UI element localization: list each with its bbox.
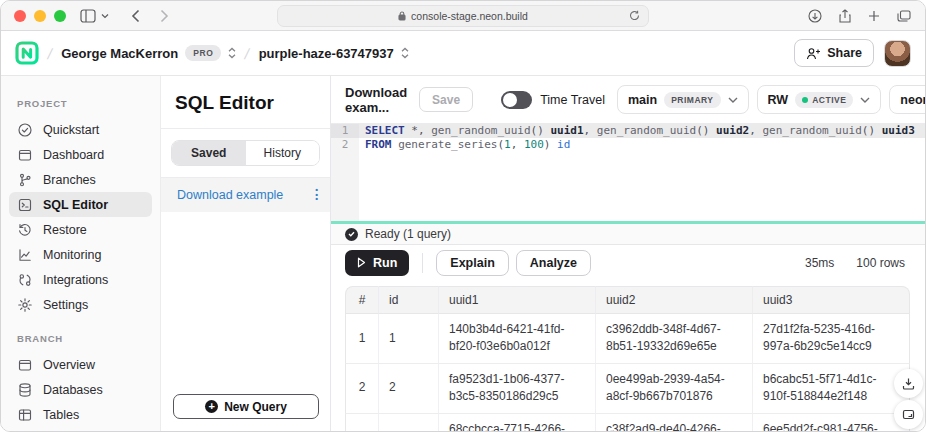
time-travel-toggle[interactable] xyxy=(501,91,532,109)
browser-chrome: console-stage.neon.build xyxy=(1,1,925,31)
new-tab-icon[interactable] xyxy=(868,10,880,22)
sidebar-item-sql-editor[interactable]: SQL Editor xyxy=(9,192,152,217)
sidebar-item-settings[interactable]: Settings xyxy=(9,292,152,317)
tab-overview-icon[interactable] xyxy=(897,10,911,22)
sidebar-item-tables[interactable]: Tables xyxy=(9,402,152,427)
saved-query-item[interactable]: Download example••• xyxy=(161,178,330,212)
share-button-label: Share xyxy=(827,46,862,60)
table-row[interactable]: 11140b3b4d-6421-41fd-bf20-f03e6b0a012fc3… xyxy=(345,314,910,364)
play-icon xyxy=(357,257,366,268)
address-bar[interactable]: console-stage.neon.build xyxy=(277,5,649,27)
chevron-down-icon xyxy=(860,97,870,103)
time-travel-label: Time Travel xyxy=(540,93,605,107)
forward-button[interactable] xyxy=(160,9,169,23)
saved-query-name: Download example xyxy=(177,188,283,202)
query-status-bar: Ready (1 query) xyxy=(331,224,925,245)
column-header-hash: # xyxy=(345,286,379,314)
url-text: console-stage.neon.build xyxy=(411,10,528,22)
people-icon xyxy=(806,47,821,60)
check-circle-icon xyxy=(17,122,33,138)
sidebar-item-overview[interactable]: Overview xyxy=(9,352,152,377)
table-cell: 2 xyxy=(379,364,439,414)
queries-panel: SQL Editor SavedHistory Download example… xyxy=(161,76,331,432)
table-cell: 1 xyxy=(379,314,439,364)
sql-editor-icon xyxy=(17,197,33,213)
sidebar-section-title: BRANCH xyxy=(17,333,160,344)
code-text: SELECT *, gen_random_uuid() uuid1, gen_r… xyxy=(359,124,915,138)
save-button[interactable]: Save xyxy=(419,87,473,112)
explain-button[interactable]: Explain xyxy=(436,250,508,276)
download-results-button[interactable] xyxy=(894,369,923,398)
compute-active-badge: ACTIVE xyxy=(795,92,853,108)
table-cell: 140b3b4d-6421-41fd-bf20-f03e6b0a012f xyxy=(439,314,596,364)
compute-name: RW xyxy=(768,93,789,107)
sidebar-item-roles[interactable]: Roles xyxy=(9,427,152,432)
database-select[interactable]: neondb xyxy=(889,85,925,114)
user-avatar[interactable] xyxy=(884,40,911,67)
org-switcher-icon[interactable] xyxy=(228,47,236,59)
sidebar-item-integrations[interactable]: Integrations xyxy=(9,267,152,292)
status-text: Ready (1 query) xyxy=(365,227,451,241)
downloads-icon[interactable] xyxy=(808,9,822,23)
table-cell: 3 xyxy=(379,414,439,432)
table-row[interactable]: 3368ccbcca-7715-4266-b6c5-9f7a14ea6e5ec3… xyxy=(345,414,910,432)
chevron-down-icon xyxy=(728,97,738,103)
sql-code-editor[interactable]: 1SELECT *, gen_random_uuid() uuid1, gen_… xyxy=(331,124,925,221)
chevron-down-icon[interactable] xyxy=(101,13,109,19)
tab-saved[interactable]: Saved xyxy=(172,141,246,165)
expand-results-button[interactable] xyxy=(894,400,923,429)
table-cell: b6cabc51-5f71-4d1c-910f-518844e2f148 xyxy=(753,364,910,414)
branch-select[interactable]: main PRIMARY xyxy=(617,85,749,114)
table-cell: 6ee5dd2f-c981-4756-b277-0784be729d90 xyxy=(753,414,910,432)
code-line[interactable]: 2FROM generate_series(1, 100) id xyxy=(331,138,925,152)
sidebar-item-label: Databases xyxy=(43,383,103,397)
sidebar-item-label: Dashboard xyxy=(43,148,104,162)
browser-window: console-stage.neon.build xyxy=(0,0,926,432)
analyze-button[interactable]: Analyze xyxy=(516,250,591,276)
plan-badge: PRO xyxy=(185,45,221,61)
breadcrumb-separator: / xyxy=(46,45,54,62)
sidebar-item-label: Quickstart xyxy=(43,123,99,137)
page-title: SQL Editor xyxy=(161,76,330,128)
sidebar-item-databases[interactable]: Databases xyxy=(9,377,152,402)
tab-history[interactable]: History xyxy=(246,141,320,165)
reload-icon[interactable] xyxy=(629,10,640,21)
neon-logo[interactable] xyxy=(15,41,39,65)
kebab-menu-icon[interactable]: ••• xyxy=(315,188,318,202)
results-area: #iduuid1uuid2uuid311140b3b4d-6421-41fd-b… xyxy=(331,280,925,432)
new-query-button[interactable]: + New Query xyxy=(173,394,319,419)
sidebar-item-monitoring[interactable]: Monitoring xyxy=(9,242,152,267)
active-dot xyxy=(802,97,808,103)
sidebar-item-label: Settings xyxy=(43,298,88,312)
dashboard-icon xyxy=(17,147,33,163)
saved-history-tabs: SavedHistory xyxy=(171,140,320,166)
code-line[interactable]: 1SELECT *, gen_random_uuid() uuid1, gen_… xyxy=(331,124,925,138)
share-icon[interactable] xyxy=(839,9,851,23)
result-row-count: 100 rows xyxy=(856,256,905,270)
table-row[interactable]: 22fa9523d1-1b06-4377-b3c5-8350186d29c50e… xyxy=(345,364,910,414)
run-button[interactable]: Run xyxy=(345,250,409,276)
sidebar-item-dashboard[interactable]: Dashboard xyxy=(9,142,152,167)
table-cell: c3962ddb-348f-4d67-8b51-19332d69e65e xyxy=(596,314,753,364)
close-window-button[interactable] xyxy=(14,10,26,22)
back-button[interactable] xyxy=(131,9,140,23)
project-switcher-icon[interactable] xyxy=(401,47,409,59)
share-button[interactable]: Share xyxy=(794,39,874,67)
monitoring-icon xyxy=(17,247,33,263)
minimize-window-button[interactable] xyxy=(34,10,46,22)
sidebar-toggle-icon[interactable] xyxy=(80,9,96,23)
sidebar-item-label: Tables xyxy=(43,408,79,422)
project-name[interactable]: purple-haze-63747937 xyxy=(259,46,394,61)
table-cell: 3 xyxy=(345,414,379,432)
sidebar-item-restore[interactable]: Restore xyxy=(9,217,152,242)
column-header-uuid1: uuid1 xyxy=(439,286,596,314)
app-header: / George MacKerron PRO / purple-haze-637… xyxy=(1,31,925,76)
sidebar-item-label: Monitoring xyxy=(43,248,101,262)
sidebar-item-branches[interactable]: Branches xyxy=(9,167,152,192)
org-name[interactable]: George MacKerron xyxy=(61,46,178,61)
sidebar-item-label: Restore xyxy=(43,223,87,237)
compute-select[interactable]: RW ACTIVE xyxy=(757,85,882,114)
sidebar-item-quickstart[interactable]: Quickstart xyxy=(9,117,152,142)
zoom-window-button[interactable] xyxy=(54,10,66,22)
table-cell: 1 xyxy=(345,314,379,364)
